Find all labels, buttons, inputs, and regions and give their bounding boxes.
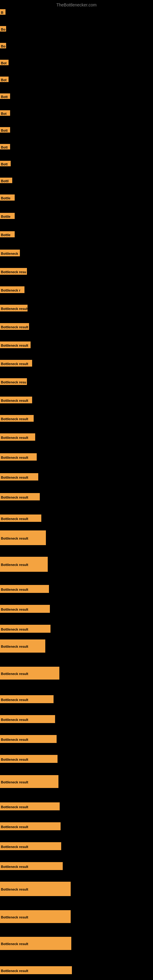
bottleneck-result-item: Bot	[0, 60, 9, 65]
bottleneck-result-item: Bottleneck result	[0, 530, 46, 545]
bottleneck-result-item: Bottleneck resu	[0, 378, 27, 385]
bottleneck-result-item: B	[0, 9, 5, 15]
bottleneck-result-item: Bott	[0, 144, 10, 150]
bottleneck-result-item: Bottleneck result	[0, 735, 57, 743]
bottleneck-result-item: Bottleneck result	[0, 775, 59, 788]
bottleneck-result-item: Bottleneck result	[0, 433, 35, 441]
bottleneck-result-item: Bottleneck result	[0, 842, 61, 850]
bottleneck-result-item: Bottle	[0, 194, 15, 200]
bottleneck-result-item: Bottleneck result	[0, 585, 49, 593]
bottleneck-result-item: Bott	[0, 161, 11, 166]
bottleneck-result-item: Bottleneck result	[0, 342, 30, 348]
bottleneck-result-item: Bottleneck result	[0, 473, 38, 480]
bottleneck-result-item: Bottleneck resu	[0, 268, 27, 275]
bottleneck-result-item: Bottleneck result	[0, 396, 32, 403]
bottleneck-result-item: Bottleneck result	[0, 493, 40, 500]
bottleneck-result-item: Bottleneck result	[0, 557, 48, 572]
bottleneck-result-item: Bottleneck result	[0, 640, 45, 652]
bottleneck-result-item: Bottle	[0, 213, 15, 219]
site-title: TheBottlenecker.com	[56, 2, 97, 7]
bottleneck-result-item: Bot	[0, 110, 10, 116]
bottleneck-result-item: Bottleneck result	[0, 755, 57, 763]
bottleneck-result-item: Bott	[0, 94, 10, 99]
bottleneck-result-item: Bottl	[0, 178, 12, 183]
bottleneck-result-item: Bottleneck result	[0, 453, 37, 461]
bottleneck-result-item: Bo	[0, 26, 6, 32]
bottleneck-result-item: Bottleneck result	[0, 514, 41, 522]
bottleneck-result-item: Bottleneck r	[0, 286, 24, 293]
bottleneck-result-item: Bottleneck result	[0, 667, 59, 679]
bottleneck-result-item: Bottleneck result	[0, 305, 27, 312]
bottleneck-result-item: Bottleneck result	[0, 937, 71, 950]
bottleneck-result-item: Bottleneck result	[0, 882, 71, 896]
bottleneck-result-item: Bottleneck	[0, 250, 20, 256]
bottleneck-result-item: Bottle	[0, 231, 15, 237]
bottleneck-result-item: Bottleneck result	[0, 360, 32, 367]
bottleneck-result-item: Bottleneck result	[0, 415, 33, 422]
bottleneck-result-item: Bot	[0, 76, 9, 82]
bottleneck-result-item: Bottleneck result	[0, 715, 55, 723]
bottleneck-result-item: Bottleneck result	[0, 605, 50, 613]
bottleneck-result-item: Bottleneck result	[0, 695, 54, 703]
bottleneck-result-item: Bottleneck result	[0, 625, 51, 633]
bottleneck-result-item: Bottleneck result	[0, 910, 71, 923]
bottleneck-result-item: Bottleneck result	[0, 323, 29, 330]
bottleneck-result-item: Bottleneck result	[0, 862, 63, 870]
bottleneck-result-item: Bottleneck result	[0, 822, 61, 830]
bottleneck-result-item: Bottleneck result	[0, 802, 60, 810]
bottleneck-result-item: Bo	[0, 43, 6, 48]
bottleneck-result-item: Bott	[0, 127, 10, 133]
bottleneck-result-item: Bottleneck result	[0, 966, 72, 974]
